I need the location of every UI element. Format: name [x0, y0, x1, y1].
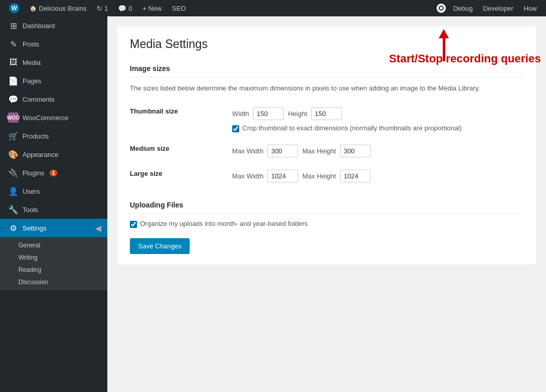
- sidebar-item-media[interactable]: 🖼 Media: [0, 53, 107, 72]
- settings-arrow: ◀: [95, 223, 101, 233]
- site-name[interactable]: 🏠 Delicious Brains: [25, 0, 92, 16]
- large-field-row: Max Width Max Height: [232, 170, 524, 182]
- medium-row: Medium size Max Width Max Height: [130, 139, 524, 164]
- large-maxheight-input[interactable]: [340, 170, 371, 182]
- sidebar-item-dashboard[interactable]: ⊞ Dashboard: [0, 16, 107, 35]
- sidebar-item-posts[interactable]: ✎ Posts: [0, 35, 107, 53]
- sidebar-item-pages[interactable]: 📄 Pages: [0, 72, 107, 90]
- medium-field-row: Max Width Max Height: [232, 145, 524, 157]
- products-icon: 🛒: [8, 131, 18, 141]
- recording-dot-inner: [439, 6, 444, 11]
- organize-uploads-label: Organize my uploads into month- and year…: [140, 220, 308, 227]
- wp-logo-icon: W: [9, 3, 19, 13]
- media-icon: 🖼: [8, 57, 18, 67]
- settings-wrap: Start/Stop recording queries Media Setti…: [118, 27, 536, 264]
- main-content: Start/Stop recording queries Media Setti…: [107, 16, 546, 392]
- medium-label: Medium size: [130, 139, 232, 164]
- settings-submenu: General Writing Reading Discussion: [0, 237, 107, 290]
- admin-bar: W 🏠 Delicious Brains ↻ 1 💬 0 + New SEO D…: [0, 0, 546, 16]
- thumbnail-height-label: Height: [288, 110, 307, 118]
- plugins-badge: 1: [50, 170, 58, 176]
- uploading-files-heading: Uploading Files: [130, 201, 524, 214]
- large-fields: Max Width Max Height: [232, 164, 524, 189]
- adminbar-right: Debug Developer How: [437, 0, 542, 16]
- woocommerce-icon: WOO: [8, 112, 18, 123]
- posts-icon: ✎: [8, 39, 18, 49]
- users-icon: 👤: [8, 186, 18, 196]
- thumbnail-width-label: Width: [232, 110, 249, 118]
- wp-logo[interactable]: W: [4, 0, 25, 16]
- submenu-general[interactable]: General: [0, 239, 107, 251]
- wp-wrap: ⊞ Dashboard ✎ Posts 🖼 Media 📄 Pages 💬 Co…: [0, 16, 546, 392]
- thumbnail-crop-row: Crop thumbnail to exact dimensions (norm…: [232, 124, 524, 132]
- seo-link[interactable]: SEO: [167, 0, 191, 16]
- submenu-reading[interactable]: Reading: [0, 264, 107, 276]
- thumbnail-row: Thumbnail size Width Height Crop thumbna…: [130, 101, 524, 139]
- sidebar-item-woocommerce[interactable]: WOO WooCommerce: [0, 108, 107, 127]
- save-changes-button[interactable]: Save Changes: [130, 238, 190, 254]
- thumbnail-fields: Width Height Crop thumbnail to exact dim…: [232, 101, 524, 139]
- sidebar-item-products[interactable]: 🛒 Products: [0, 127, 107, 145]
- thumbnail-label: Thumbnail size: [130, 101, 232, 139]
- large-row: Large size Max Width Max Height: [130, 164, 524, 189]
- appearance-icon: 🎨: [8, 149, 18, 159]
- image-sizes-table: Thumbnail size Width Height Crop thumbna…: [130, 101, 524, 189]
- medium-maxheight-input[interactable]: [340, 145, 371, 157]
- medium-maxwidth-label: Max Width: [232, 147, 263, 155]
- recording-toggle-button[interactable]: [437, 4, 446, 13]
- comments-link[interactable]: 💬 0: [113, 0, 137, 16]
- new-content-button[interactable]: + New: [138, 0, 167, 16]
- thumbnail-width-input[interactable]: [253, 107, 284, 120]
- annotation-text: Start/Stop recording queries: [389, 52, 541, 65]
- large-maxheight-label: Max Height: [302, 172, 336, 180]
- large-maxwidth-label: Max Width: [232, 172, 263, 180]
- medium-fields: Max Width Max Height: [232, 139, 524, 164]
- image-sizes-heading: Image sizes: [130, 64, 524, 77]
- pages-icon: 📄: [8, 76, 18, 86]
- thumbnail-field-row: Width Height: [232, 107, 524, 120]
- dashboard-icon: ⊞: [8, 20, 18, 31]
- plugins-icon: 🔌: [8, 168, 18, 178]
- large-label: Large size: [130, 164, 232, 189]
- thumbnail-height-input[interactable]: [311, 107, 342, 120]
- submenu-discussion[interactable]: Discussion: [0, 276, 107, 288]
- sidebar-item-appearance[interactable]: 🎨 Appearance: [0, 145, 107, 164]
- submenu-writing[interactable]: Writing: [0, 251, 107, 264]
- updates-link[interactable]: ↻ 1: [92, 0, 113, 16]
- tools-icon: 🔧: [8, 204, 18, 215]
- thumbnail-crop-label: Crop thumbnail to exact dimensions (norm…: [242, 124, 462, 132]
- comments-icon: 💬: [8, 94, 18, 104]
- sidebar-item-tools[interactable]: 🔧 Tools: [0, 200, 107, 219]
- organize-uploads-checkbox[interactable]: [130, 221, 137, 228]
- large-maxwidth-input[interactable]: [267, 170, 298, 182]
- admin-sidebar: ⊞ Dashboard ✎ Posts 🖼 Media 📄 Pages 💬 Co…: [0, 16, 107, 392]
- sidebar-item-comments[interactable]: 💬 Comments: [0, 90, 107, 108]
- settings-icon: ⚙: [8, 223, 18, 233]
- thumbnail-crop-checkbox[interactable]: [232, 125, 239, 132]
- medium-maxheight-label: Max Height: [302, 147, 336, 155]
- sidebar-item-plugins[interactable]: 🔌 Plugins 1: [0, 164, 107, 182]
- sidebar-item-settings[interactable]: ⚙ Settings ◀: [0, 219, 107, 237]
- organize-uploads-row: Organize my uploads into month- and year…: [130, 220, 524, 228]
- medium-maxwidth-input[interactable]: [267, 145, 298, 157]
- developer-link[interactable]: Developer: [478, 0, 518, 16]
- sidebar-item-users[interactable]: 👤 Users: [0, 182, 107, 200]
- how-link[interactable]: How: [518, 0, 542, 16]
- page-title: Media Settings: [130, 37, 524, 52]
- debug-link[interactable]: Debug: [448, 0, 477, 16]
- image-sizes-description: The sizes listed below determine the max…: [130, 83, 524, 94]
